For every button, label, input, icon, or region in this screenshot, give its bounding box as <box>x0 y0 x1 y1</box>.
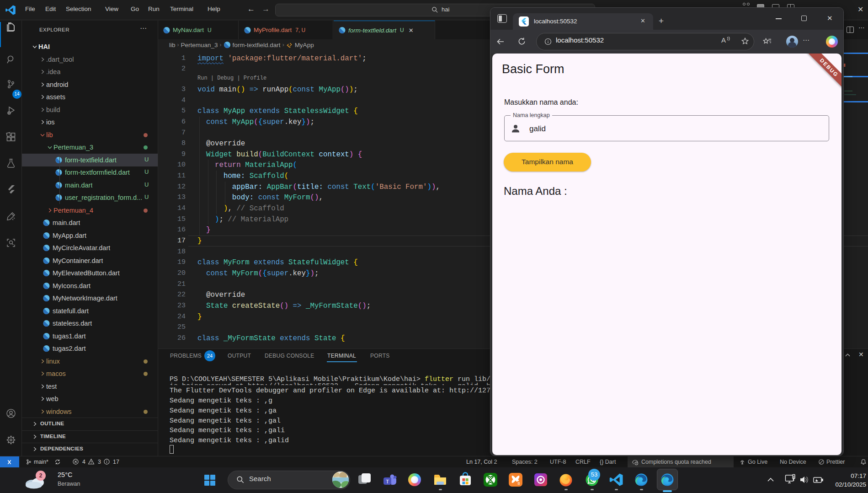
svg-text:8: 8 <box>517 481 520 486</box>
svg-text:T: T <box>386 479 389 484</box>
